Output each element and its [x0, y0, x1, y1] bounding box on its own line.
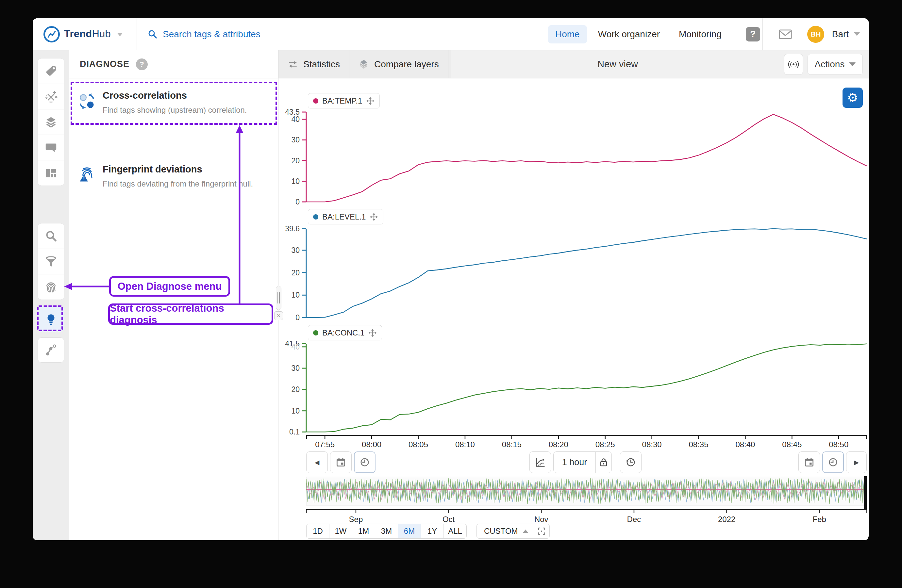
trendhub-logo-icon	[44, 26, 60, 42]
annotation-label: Start cross-correlations diagnosis	[110, 302, 272, 326]
chart-settings-button[interactable]: ⚙	[842, 88, 863, 108]
panel-help-icon[interactable]: ?	[136, 58, 148, 70]
y-tick-label: 10	[291, 407, 300, 415]
tool-tags-button[interactable]	[38, 58, 64, 84]
move-icon[interactable]	[366, 97, 374, 105]
divider	[795, 18, 795, 50]
avatar[interactable]: BH	[807, 26, 824, 43]
nav-monitoring[interactable]: Monitoring	[672, 25, 729, 44]
y-tick-label: 10	[291, 291, 300, 299]
diagnose-item-cross-correlations[interactable]: Cross-correlations Find tags showing (up…	[78, 90, 247, 115]
range-1d[interactable]: 1D	[307, 524, 329, 538]
statistics-button[interactable]: Statistics	[279, 50, 349, 78]
nav-work-organizer[interactable]: Work organizer	[591, 25, 667, 44]
nav-home[interactable]: Home	[548, 25, 587, 44]
tag-chip-label: BA:LEVEL.1	[322, 212, 366, 222]
view-toolbar-left: Statistics Compare layers	[279, 50, 451, 78]
end-time-picker-button[interactable]	[822, 452, 844, 473]
tool-filter-button[interactable]	[38, 249, 64, 274]
tag-chip-level[interactable]: BA:LEVEL.1	[308, 209, 384, 224]
fit-range-button[interactable]	[534, 527, 550, 535]
live-mode-button[interactable]	[784, 54, 803, 75]
context-cursor[interactable]	[864, 476, 867, 510]
fingerprint-deviations-icon: !	[78, 165, 96, 184]
context-axis: SepOctNovDec2022Feb	[306, 510, 867, 524]
range-6m[interactable]: 6M	[398, 524, 421, 538]
search-icon	[148, 30, 158, 39]
start-date-picker-button[interactable]	[330, 452, 352, 473]
tool-dashboard-button[interactable]	[38, 160, 64, 186]
range-1y[interactable]: 1Y	[421, 524, 444, 538]
divider	[136, 18, 137, 50]
move-icon[interactable]	[370, 213, 378, 221]
x-tick-label: 08:45	[782, 440, 802, 449]
end-date-picker-button[interactable]	[799, 452, 820, 473]
tag-icon	[44, 65, 58, 78]
actions-label: Actions	[815, 59, 845, 70]
duration-button[interactable]: 1 hour	[554, 457, 595, 468]
tag-chip-conc[interactable]: BA:CONC.1	[308, 325, 382, 340]
x-tick-label: 08:30	[642, 440, 662, 449]
range-1m[interactable]: 1M	[352, 524, 375, 538]
y-tick-label: 0	[296, 198, 300, 206]
y-tick-label: 20	[291, 385, 300, 394]
mail-icon[interactable]	[778, 29, 792, 40]
custom-range-button[interactable]: CUSTOM	[477, 527, 523, 536]
main-nav: Home Work organizer Monitoring ? BH Bart	[548, 18, 860, 50]
tool-fingerprint-button[interactable]	[38, 274, 64, 300]
y-tick-label: 30	[291, 364, 300, 372]
range-3m[interactable]: 3M	[375, 524, 398, 538]
tag-chip-label: BA:CONC.1	[322, 328, 364, 338]
x-tick-label: 08:10	[455, 440, 475, 449]
lock-duration-button[interactable]	[596, 457, 611, 468]
brand-chevron-down-icon[interactable]	[117, 33, 123, 36]
item-title: Fingerprint deviations	[103, 164, 253, 175]
chevron-up-icon[interactable]	[523, 530, 528, 533]
history-button[interactable]	[620, 452, 642, 473]
user-chevron-down-icon[interactable]	[854, 32, 860, 36]
global-search[interactable]: Search tags & attributes	[148, 18, 260, 50]
close-icon: ×	[277, 312, 281, 319]
actions-button[interactable]: Actions	[808, 54, 863, 75]
chart-type-button[interactable]	[529, 452, 551, 473]
context-minimap[interactable]: SepOctNovDec2022Feb	[306, 475, 867, 524]
tool-layers-button[interactable]	[38, 109, 64, 135]
annotation-label: Open Diagnose menu	[117, 281, 222, 292]
tool-group-top	[38, 58, 64, 186]
tool-diagnose-button[interactable]	[38, 307, 64, 332]
pan-right-button[interactable]: ▶	[846, 452, 867, 473]
x-tick-label: 07:55	[315, 440, 335, 449]
compare-layers-button[interactable]: Compare layers	[349, 50, 448, 78]
divider	[732, 18, 732, 50]
search-input[interactable]: Search tags & attributes	[163, 29, 260, 39]
top-bar: TrendHub Search tags & attributes Home W…	[33, 18, 869, 51]
help-icon[interactable]: ?	[746, 27, 760, 42]
history-icon	[625, 457, 636, 468]
layers-icon	[44, 116, 58, 129]
move-icon[interactable]	[368, 328, 377, 337]
chart-0: 43.5403020100	[285, 108, 867, 206]
y-tick-label: 40	[291, 342, 300, 351]
y-tick-label: 43.5	[285, 108, 300, 116]
tool-context-explorer-button[interactable]	[38, 338, 64, 363]
range-1w[interactable]: 1W	[329, 524, 352, 538]
comment-icon	[44, 141, 58, 154]
tag-chip-temp[interactable]: BA:TEMP.1	[308, 93, 380, 108]
tool-search-button[interactable]	[38, 224, 64, 249]
tool-comments-button[interactable]	[38, 135, 64, 160]
panel-close-button[interactable]: ×	[274, 311, 283, 320]
dashboard-icon	[44, 167, 58, 180]
brand-regular: Hub	[92, 28, 110, 39]
user-name[interactable]: Bart	[832, 29, 849, 39]
panel-splitter-handle[interactable]	[276, 286, 281, 310]
month-label: Oct	[443, 515, 455, 524]
cross-correlations-icon	[78, 92, 96, 110]
svg-text:!: !	[83, 175, 85, 181]
start-time-picker-button[interactable]	[354, 452, 376, 473]
range-all[interactable]: ALL	[444, 524, 467, 538]
x-tick-label: 08:50	[829, 440, 849, 449]
tool-formulas-button[interactable]	[38, 84, 64, 109]
filter-icon	[44, 255, 58, 268]
diagnose-item-fingerprint-deviations[interactable]: ! Fingerprint deviations Find tags devia…	[78, 164, 253, 189]
pan-left-button[interactable]: ◀	[306, 452, 328, 473]
